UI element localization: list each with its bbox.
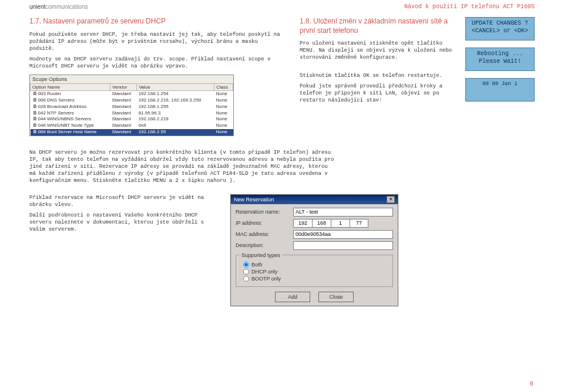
doc-icon: 🗎 bbox=[32, 104, 38, 110]
table-row[interactable]: 🗎006 DNS Servers Standard 192.168.2.219,… bbox=[31, 97, 233, 104]
ip-octet-4[interactable] bbox=[350, 219, 368, 228]
ip-octet-2[interactable] bbox=[312, 219, 331, 228]
lcd-stack: UPDATE CHANGES ? <CANCEL> or <OK> Reboot… bbox=[465, 17, 535, 136]
close-dialog-button[interactable]: Close bbox=[318, 292, 354, 302]
radio-bootp-label: BOOTP only bbox=[251, 276, 281, 282]
section-1-7: 1.7. Nastavení parametrů ze serveru DHCP… bbox=[29, 17, 282, 136]
doc-icon: 🗎 bbox=[32, 116, 38, 123]
radio-dhcp-label: DHCP only bbox=[251, 269, 277, 275]
doc-icon: 🗎 bbox=[32, 123, 38, 129]
ip-octet-3[interactable] bbox=[331, 219, 350, 228]
col-class[interactable]: Class bbox=[214, 84, 233, 91]
para-1-8-c: Pokud jste správně provedli předchozí kr… bbox=[300, 83, 457, 104]
brand: unientcommunications bbox=[29, 4, 88, 10]
col-option-name[interactable]: Option Name bbox=[31, 84, 110, 91]
lcd-display-1: UPDATE CHANGES ? <CANCEL> or <OK> bbox=[465, 17, 535, 40]
para-1-8-a: Pro uložení nastavení stiskněte opět tla… bbox=[300, 40, 457, 61]
table-row[interactable]: 🗎044 WINS/NBNS Servers Standard 192.168.… bbox=[31, 116, 233, 123]
description-input[interactable] bbox=[293, 241, 393, 250]
radio-both[interactable]: Both bbox=[243, 262, 389, 268]
label-reservation-name: Reservation name: bbox=[236, 209, 290, 215]
doc-icon: 🗎 bbox=[32, 91, 38, 97]
para-1-8-b: Stisknutím tlačítka OK se telefon restar… bbox=[300, 72, 457, 79]
lcd-display-3: 08 00 Jan 1 bbox=[465, 78, 535, 102]
table-row[interactable]: 🗎046 WINS/NBT Node Type Standard 0x8 Non… bbox=[31, 123, 233, 129]
label-description: Description: bbox=[236, 242, 290, 248]
lcd-display-2: Rebooting ... Please Wait! bbox=[465, 48, 535, 71]
reservation-name-input[interactable] bbox=[293, 208, 393, 217]
section-1-8: 1.8. Uložení změn v základním nastavení … bbox=[300, 17, 535, 136]
close-button[interactable]: ✕ bbox=[387, 196, 395, 203]
para-1-7-b: Hodnoty se na DHCP serveru zadávají do t… bbox=[29, 56, 282, 70]
page-number: 6 bbox=[529, 380, 533, 387]
heading-1-7: 1.7. Nastavení parametrů ze serveru DHCP bbox=[29, 17, 282, 26]
label-mac-address: MAC address: bbox=[236, 231, 290, 237]
radio-bootp-only[interactable]: BOOTP only bbox=[243, 276, 389, 282]
radio-both-input[interactable] bbox=[243, 262, 249, 268]
dialog-title: New Reservation bbox=[234, 197, 274, 202]
doc-icon: 🗎 bbox=[32, 97, 38, 104]
doc-title: Návod k použití IP telefonu ACT P160S bbox=[404, 4, 535, 10]
reservation-left-text: Příklad rezervace na Microsoft DHCP serv… bbox=[29, 194, 214, 306]
para-1-7-a: Pokud používáte server DHCP, je třeba na… bbox=[29, 31, 282, 52]
table-row[interactable]: 🗎042 NTP Servers Standard 81.95.96.3 Non… bbox=[31, 110, 233, 117]
dialog-titlebar[interactable]: New Reservation ✕ bbox=[231, 195, 398, 204]
col-value[interactable]: Value bbox=[137, 84, 214, 91]
dhcp-reservation-text: Na DHCP serveru je možno rezervovat pro … bbox=[29, 149, 335, 185]
scope-options-table: Option Name Vendor Value Class 🗎003 Rout… bbox=[30, 83, 233, 136]
heading-1-8: 1.8. Uložení změn v základním nastavení … bbox=[300, 17, 457, 35]
table-row-selected[interactable]: 🗎066 Boot Server Host Name Standard 192.… bbox=[31, 129, 233, 136]
brand-strong: unient bbox=[29, 4, 45, 10]
mac-address-input[interactable] bbox=[293, 230, 393, 239]
col-vendor[interactable]: Vendor bbox=[110, 84, 137, 91]
doc-icon: 🗎 bbox=[32, 110, 38, 117]
para-reserve-b: Další podrobnosti o nastavení Vašeho kon… bbox=[29, 212, 214, 233]
table-row[interactable]: 🗎028 Broadcast Address Standard 192.168.… bbox=[31, 104, 233, 110]
brand-light: communications bbox=[45, 4, 88, 10]
page-body: 1.7. Nastavení parametrů ze serveru DHCP… bbox=[0, 12, 564, 306]
add-button[interactable]: Add bbox=[275, 292, 310, 302]
radio-both-label: Both bbox=[251, 262, 263, 268]
para-reserve-a: Příklad rezervace na Microsoft DHCP serv… bbox=[29, 194, 214, 208]
label-supported-types: Supported types bbox=[240, 252, 282, 258]
doc-icon: 🗎 bbox=[32, 129, 38, 136]
table-row[interactable]: 🗎003 Router Standard 192.168.1.254 None bbox=[31, 91, 233, 97]
doc-header: unientcommunications Návod k použití IP … bbox=[0, 0, 564, 12]
supported-types-group: Supported types Both DHCP only BOOTP onl… bbox=[236, 252, 393, 287]
scope-options-title: Scope Options bbox=[30, 75, 233, 83]
radio-dhcp-only[interactable]: DHCP only bbox=[243, 269, 389, 275]
radio-bootp-input[interactable] bbox=[243, 276, 249, 282]
scope-options-panel: Scope Options Option Name Vendor Value C… bbox=[29, 75, 234, 136]
label-ip-address: IP address: bbox=[236, 220, 290, 226]
para-dhcp-reserve: Na DHCP serveru je možno rezervovat pro … bbox=[29, 149, 335, 185]
radio-dhcp-input[interactable] bbox=[243, 269, 249, 275]
ip-address-input[interactable] bbox=[293, 219, 368, 228]
new-reservation-dialog: New Reservation ✕ Reservation name: IP a… bbox=[230, 194, 398, 306]
ip-octet-1[interactable] bbox=[293, 219, 312, 228]
